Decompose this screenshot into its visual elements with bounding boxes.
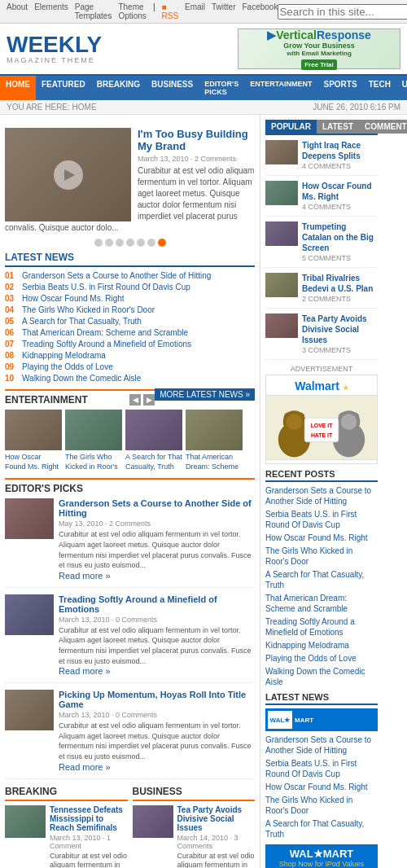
list-item[interactable]: Kidnapping Melodrama xyxy=(265,640,378,651)
list-item: 08 Kidnapping Melodrama xyxy=(5,351,255,360)
theme-options-link[interactable]: Theme Options xyxy=(118,2,146,20)
dot-3[interactable] xyxy=(116,239,124,247)
walmart-bottom-advertisement[interactable]: WAL★MART Shop Now for iPod Values Shop N… xyxy=(265,844,378,868)
nav-tech[interactable]: TECH xyxy=(363,76,396,100)
ent-title-4[interactable]: That American Dream: Scheme xyxy=(186,453,243,471)
next-arrow[interactable]: ▶ xyxy=(143,394,155,406)
nav-featured[interactable]: FEATURED xyxy=(36,76,91,100)
elements-link[interactable]: Elements xyxy=(34,2,68,20)
walmart-latest-ad[interactable]: WAL★ MART xyxy=(265,708,378,731)
news-link-8[interactable]: Kidnapping Melodrama xyxy=(22,351,106,360)
pick-title-3[interactable]: Picking Up Momentum, Hoyas Roll Into Tit… xyxy=(59,690,255,709)
ent-title-1[interactable]: How Oscar Found Ms. Right xyxy=(5,453,62,471)
svg-point-6 xyxy=(287,414,303,430)
business-main-title[interactable]: Tea Party Avoids Divisive Social Issues xyxy=(177,805,256,832)
list-item[interactable]: Granderson Sets a Course to Another Side… xyxy=(265,734,378,756)
news-link-7[interactable]: Treading Softly Around a Minefield of Em… xyxy=(22,340,191,349)
sidebar-tabs: POPULAR LATEST COMMENTS TAGS xyxy=(265,120,378,135)
dot-6[interactable] xyxy=(147,239,155,247)
pick-title-2[interactable]: Treading Softly Around a Minefield of Em… xyxy=(59,594,255,614)
news-link-5[interactable]: A Search for That Casualty, Truth xyxy=(22,317,142,326)
pop-comments-2: 4 COMMENTS xyxy=(302,203,378,211)
breaking-meta: March 13, 2010 · 1 Comment xyxy=(50,834,128,850)
tab-comments[interactable]: COMMENTS xyxy=(359,120,407,134)
rss-link[interactable]: ■ RSS xyxy=(161,2,178,20)
about-link[interactable]: About xyxy=(7,2,28,20)
search-input[interactable] xyxy=(278,4,407,20)
list-item: 10 Walking Down the Comedic Aisle xyxy=(5,374,255,383)
list-item[interactable]: The Girls Who Kicked in Roor's Door xyxy=(265,546,378,567)
dot-5[interactable] xyxy=(137,239,145,247)
recent-posts-section: RECENT POSTS Granderson Sets a Course to… xyxy=(265,469,378,687)
pop-title-4[interactable]: Tribal Rivalries Bedevi a U.S. Plan xyxy=(302,273,378,294)
pop-content-3: Trumpeting Catalan on the Big Screen 5 C… xyxy=(302,221,378,262)
slideshow-dots xyxy=(5,239,255,247)
sidebar-latest-news: LATEST NEWS WAL★ MART Granderson Sets a … xyxy=(265,692,378,840)
news-link-10[interactable]: Walking Down the Comedic Aisle xyxy=(22,374,141,383)
pick-thumb-1 xyxy=(5,498,54,539)
list-item: How Oscar Found Ms. Right xyxy=(5,410,62,471)
pick-title-1[interactable]: Granderson Sets a Course to Another Side… xyxy=(59,498,255,518)
more-latest-news-link[interactable]: MORE LATEST NEWS » xyxy=(155,388,255,401)
nav-entertainment[interactable]: ENTERTAINMENT xyxy=(244,76,317,100)
list-item[interactable]: A Search for That Casualty, Truth xyxy=(265,569,378,590)
news-link-4[interactable]: The Girls Who Kicked in Roor's Door xyxy=(22,305,155,314)
news-link-9[interactable]: Playing the Odds of Love xyxy=(22,362,113,371)
list-item: 09 Playing the Odds of Love xyxy=(5,362,255,371)
tab-popular[interactable]: POPULAR xyxy=(265,120,317,134)
pick-read-more-3[interactable]: Read more » xyxy=(59,762,111,772)
nav-us[interactable]: U.S. xyxy=(396,76,407,100)
list-item[interactable]: How Oscar Found Ms. Right xyxy=(265,533,378,543)
pop-title-2[interactable]: How Oscar Found Ms. Right xyxy=(302,181,378,202)
main-content: I'm Too Busy Building My Brand March 13,… xyxy=(0,115,407,868)
list-item[interactable]: That American Dream: Scheme and Scramble xyxy=(265,593,378,614)
nav-business[interactable]: BUSINESS xyxy=(146,76,199,100)
list-item[interactable]: A Search for That Casualty, Truth xyxy=(265,818,378,840)
walmart-ad-box: Walmart ★ xyxy=(265,375,378,464)
pop-title-1[interactable]: Tight Iraq Race Deepens Splits xyxy=(302,140,378,161)
prev-arrow[interactable]: ◀ xyxy=(129,394,141,406)
ent-title-2[interactable]: The Girls Who Kicked in Roor's xyxy=(65,453,122,471)
list-item[interactable]: Granderson Sets a Course to Another Side… xyxy=(265,485,378,506)
list-item[interactable]: Serbia Beats U.S. in First Round Of Davi… xyxy=(265,509,378,530)
breaking-main-title[interactable]: Tennessee Defeats Mississippi to Reach S… xyxy=(50,805,128,832)
email-link[interactable]: Email xyxy=(185,2,205,20)
dot-1[interactable] xyxy=(94,239,103,247)
pick-read-more-1[interactable]: Read more » xyxy=(59,571,111,581)
pick-text-3: Curabitur at est vel odio aliquam fermen… xyxy=(59,721,255,761)
nav-home[interactable]: HOME xyxy=(0,76,36,100)
list-item: 04 The Girls Who Kicked in Roor's Door xyxy=(5,305,255,314)
list-item[interactable]: Treading Softly Around a Minefield of Em… xyxy=(265,616,378,638)
header-advertisement[interactable]: ▶VerticalResponse Grow Your Business wit… xyxy=(238,28,400,69)
page-templates-link[interactable]: Page Templates xyxy=(75,2,112,20)
list-item[interactable]: Serbia Beats U.S. in First Round Of Davi… xyxy=(265,758,378,779)
pick-read-more-2[interactable]: Read more » xyxy=(59,666,111,676)
tab-latest[interactable]: LATEST xyxy=(317,120,359,134)
facebook-link[interactable]: Facebook xyxy=(243,2,278,20)
breadcrumb-date: JUNE 26, 2010 6:16 PM xyxy=(313,103,400,112)
list-item[interactable]: Playing the Odds of Love xyxy=(265,653,378,664)
news-link-2[interactable]: Serbia Beats U.S. in First Round Of Davi… xyxy=(22,283,190,292)
nav-sports[interactable]: SPORTS xyxy=(318,76,363,100)
nav-breaking[interactable]: BREAKING xyxy=(91,76,146,100)
news-link-3[interactable]: How Oscar Found Ms. Right xyxy=(22,294,125,303)
list-item[interactable]: Walking Down the Comedic Aisle xyxy=(265,666,378,687)
list-item[interactable]: How Oscar Found Ms. Right xyxy=(265,782,378,792)
twitter-link[interactable]: Twitter xyxy=(212,2,235,20)
walmart-advertisement[interactable]: ADVERTISEMENT Walmart ★ xyxy=(265,365,378,464)
pick-thumb-2 xyxy=(5,594,54,635)
list-item: The Girls Who Kicked in Roor's xyxy=(65,410,122,471)
business-column: BUSINESS Tea Party Avoids Divisive Socia… xyxy=(133,786,256,869)
list-item[interactable]: The Girls Who Kicked in Roor's Door xyxy=(265,795,378,816)
dot-7[interactable] xyxy=(158,239,166,247)
news-link-1[interactable]: Granderson Sets a Course to Another Side… xyxy=(22,271,211,280)
pop-title-3[interactable]: Trumpeting Catalan on the Big Screen xyxy=(302,221,378,253)
ent-title-3[interactable]: A Search for That Casualty, Truth xyxy=(125,453,182,471)
pick-content-3: Picking Up Momentum, Hoyas Roll Into Tit… xyxy=(59,690,255,771)
dot-2[interactable] xyxy=(105,239,113,247)
news-link-6[interactable]: That American Dream: Scheme and Scramble xyxy=(22,328,188,337)
pick-meta-3: March 13, 2010 · 0 Comments xyxy=(59,711,255,719)
nav-editors-picks[interactable]: EDITOR'S PICKS xyxy=(199,76,244,100)
dot-4[interactable] xyxy=(126,239,134,247)
pop-title-5[interactable]: Tea Party Avoids Divisive Social Issues xyxy=(302,313,378,345)
